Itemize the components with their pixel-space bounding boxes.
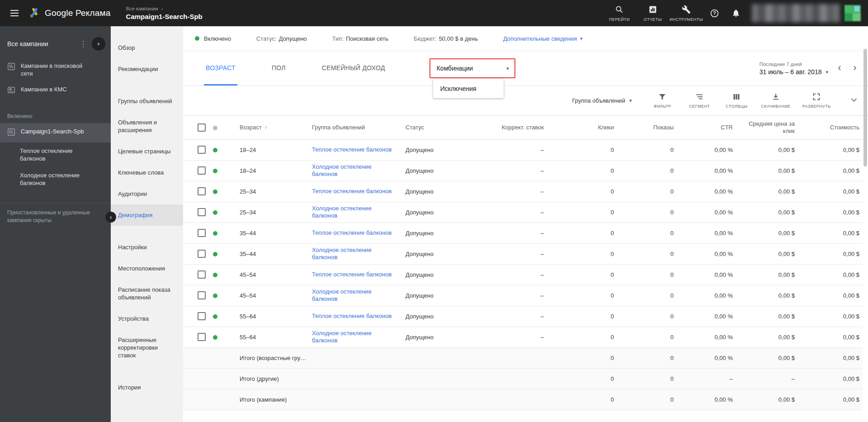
sidebar-item-search-campaign[interactable]: Кампании в поисковой сети (0, 58, 111, 81)
menu-item[interactable]: Группы объявлений (111, 90, 183, 112)
ad-group-link[interactable]: Холодное остекление балконов (312, 163, 392, 178)
goto-search-button[interactable]: ПЕРЕЙТИ (604, 5, 634, 22)
ad-group-link[interactable]: Теплое остекление балконов (312, 271, 392, 278)
ad-group-link[interactable]: Теплое остекление балконов (312, 229, 392, 237)
sidebar-item-display-campaign[interactable]: Кампании в КМС (0, 81, 111, 100)
segment-button[interactable]: СЕГМЕНТ (687, 93, 712, 109)
collapse-table-icon[interactable] (847, 93, 861, 108)
bid-adj-cell: – (484, 306, 547, 327)
column-header-ctr[interactable]: CTR (677, 116, 736, 139)
status-column-icon (213, 126, 217, 130)
menu-item-exclusions[interactable]: Исключения (433, 79, 504, 98)
impressions-cell: 0 (617, 264, 677, 285)
combinations-select[interactable]: Комбинации ▾ (429, 58, 515, 78)
filter-button[interactable]: ФИЛЬТР (650, 93, 675, 109)
menu-item[interactable]: Ключевые слова (111, 162, 183, 183)
row-checkbox[interactable] (198, 146, 206, 154)
breadcrumb-all-campaigns[interactable]: Все кампании › (126, 6, 203, 11)
chevron-down-icon: ▾ (580, 36, 583, 42)
row-checkbox[interactable] (198, 250, 206, 258)
menu-item[interactable]: Расширенные корректировки ставок (111, 329, 183, 366)
column-header-ad-group[interactable]: Группа объявлений (310, 116, 398, 139)
sidebar-collapse-button[interactable]: ‹ (105, 212, 116, 223)
tab-household-income[interactable]: СЕМЕЙНЫЙ ДОХОД (320, 51, 387, 85)
bid-adj-cell: – (484, 181, 547, 202)
age-cell: 35–44 (228, 243, 310, 264)
sidebar-adgroup-item[interactable]: Теплое остекление балконов (0, 142, 111, 167)
menu-item[interactable]: Объявления и расширения (111, 112, 183, 141)
ad-group-link[interactable]: Теплое остекление балконов (312, 313, 392, 320)
hamburger-menu-icon[interactable] (0, 0, 29, 26)
ad-group-link[interactable]: Холодное остекление балконов (312, 288, 392, 303)
kebab-menu-icon[interactable]: ⋮ (78, 39, 88, 49)
avg-cpc-cell: 0,00 $ (736, 285, 798, 306)
row-checkbox[interactable] (198, 291, 206, 299)
reports-button[interactable]: ОТЧЕТЫ (638, 5, 668, 22)
expand-icon (812, 93, 821, 102)
select-all-checkbox[interactable] (198, 123, 206, 132)
clicks-cell: 0 (547, 306, 617, 327)
menu-item[interactable]: Местоположения (111, 258, 183, 279)
menu-item[interactable]: Аудитории (111, 183, 183, 204)
date-next-button[interactable]: › (848, 62, 862, 74)
column-header-avg-cpc[interactable]: Средняя цена за клик (736, 116, 798, 139)
more-details-link[interactable]: Дополнительные сведения ▾ (503, 35, 583, 42)
avg-cpc-cell: 0,00 $ (736, 347, 798, 368)
enabled-status-dot (213, 148, 217, 152)
avatar[interactable] (844, 5, 861, 21)
ad-group-link[interactable]: Теплое остекление балконов (312, 146, 392, 153)
status-info: Бюджет:50,00 $ в день (414, 35, 478, 42)
menu-item[interactable]: Настройки (111, 237, 183, 258)
cost-cell: 0,00 $ (798, 181, 863, 202)
ad-group-link[interactable]: Холодное остекление балконов (312, 330, 392, 344)
menu-item[interactable]: Расписание показа объявлений (111, 279, 183, 308)
row-checkbox[interactable] (198, 270, 206, 279)
row-checkbox[interactable] (198, 166, 206, 175)
sidebar-campaign-item[interactable]: Campaign1-Search-Spb (0, 123, 111, 142)
column-header-impressions[interactable]: Показы (617, 116, 677, 139)
campaign-sidebar: Все кампании ⋮ ▾ Кампании в поисковой се… (0, 26, 111, 422)
reports-icon (648, 5, 657, 15)
sidebar-dropdown-circle-button[interactable]: ▾ (92, 37, 105, 51)
row-checkbox[interactable] (198, 333, 206, 341)
notifications-bell-icon[interactable] (727, 5, 745, 22)
row-checkbox[interactable] (198, 229, 206, 237)
sidebar-adgroup-item[interactable]: Холодное остекление балконов (0, 167, 111, 191)
tools-icon (682, 5, 691, 15)
chevron-down-icon: ▾ (629, 98, 632, 104)
menu-item[interactable]: История (111, 377, 183, 398)
tab-gender[interactable]: ПОЛ (270, 51, 288, 85)
help-icon[interactable]: ? (706, 5, 723, 22)
row-checkbox[interactable] (198, 312, 206, 320)
column-header-clicks[interactable]: Клики (547, 116, 617, 139)
group-by-select[interactable]: Группа объявлений ▾ (572, 97, 632, 104)
vertical-scrollbar-thumb[interactable] (863, 49, 867, 166)
date-prev-button[interactable]: ‹ (833, 62, 846, 74)
table-row: 45–54Теплое остекление балконовДопущено–… (183, 264, 863, 285)
ad-group-link[interactable]: Холодное остекление балконов (312, 247, 392, 261)
column-header-age[interactable]: Возраст↑ (228, 116, 310, 139)
column-header-bid-adj[interactable]: Коррект. ставок (484, 116, 547, 139)
tools-button[interactable]: ИНСТРУМЕНТЫ (671, 5, 701, 22)
age-cell: 25–34 (228, 202, 310, 223)
row-checkbox[interactable] (198, 187, 206, 195)
column-header-status[interactable]: Статус (398, 116, 484, 139)
enabled-status-dot (213, 273, 217, 277)
columns-button[interactable]: СТОЛБЦЫ (724, 93, 749, 109)
breadcrumb-campaign-name: Campaign1-Search-Spb (126, 13, 203, 20)
ad-group-link[interactable]: Теплое остекление балконов (312, 188, 392, 195)
column-header-cost[interactable]: Стоимость (798, 116, 863, 139)
menu-item-demography[interactable]: Демография (111, 204, 183, 226)
impressions-cell: 0 (617, 223, 677, 243)
ad-group-link[interactable]: Холодное остекление балконов (312, 205, 392, 219)
row-checkbox[interactable] (198, 208, 206, 216)
menu-item[interactable]: Целевые страницы (111, 141, 183, 162)
menu-item[interactable]: Устройства (111, 308, 183, 329)
download-button[interactable]: СКАЧИВАНИЕ (761, 93, 790, 109)
expand-button[interactable]: РАЗВЕРНУТЬ (802, 93, 831, 109)
cost-cell: 0,00 $ (798, 347, 863, 368)
tab-age[interactable]: ВОЗРАСТ (204, 51, 237, 85)
menu-item[interactable]: Рекомендации (111, 58, 183, 80)
date-range-selector[interactable]: Последние 7 дней 31 июль – 6 авг. 2018 ▾ (760, 62, 828, 76)
menu-item[interactable]: Обзор (111, 37, 183, 58)
